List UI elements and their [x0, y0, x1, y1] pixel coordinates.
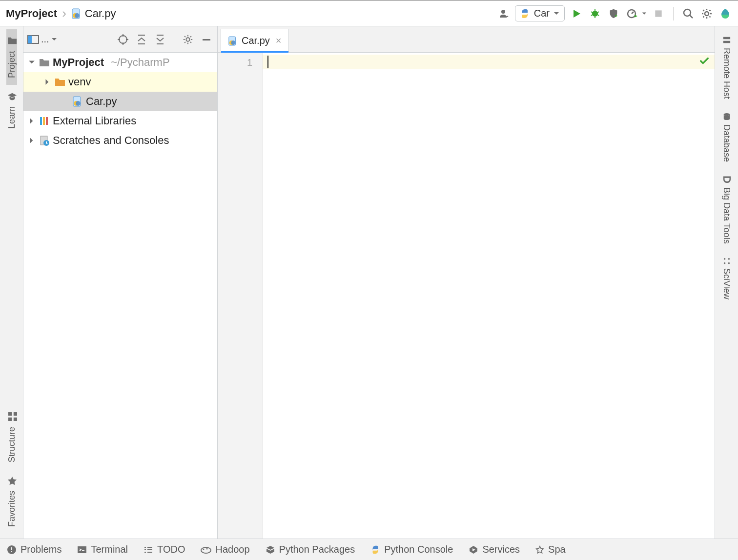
rail-tab-learn[interactable]: Learn	[6, 85, 17, 136]
navigation-bar: MyProject › Car.py Car	[0, 0, 738, 26]
svg-rect-11	[13, 418, 17, 421]
line-number: 1	[218, 56, 262, 69]
svg-rect-28	[723, 37, 730, 39]
rail-tab-remote-host[interactable]: Remote Host	[721, 29, 732, 106]
svg-point-33	[723, 262, 725, 264]
tree-node-scratches[interactable]: Scratches and Consoles	[23, 131, 217, 150]
breadcrumb-file-label: Car.py	[85, 7, 116, 20]
bottom-tab-label: TODO	[157, 544, 185, 555]
rail-tab-project[interactable]: Project	[6, 29, 17, 85]
star-icon	[535, 545, 544, 554]
debug-button[interactable]	[588, 7, 602, 20]
chevron-right-icon[interactable]	[27, 118, 36, 124]
svg-point-15	[186, 38, 189, 41]
big-data-icon: D	[720, 176, 733, 183]
problems-icon	[7, 545, 17, 555]
settings-gear-icon[interactable]	[700, 7, 714, 20]
hide-tool-window-icon[interactable]	[200, 33, 213, 46]
folder-icon	[6, 36, 17, 47]
services-icon	[469, 545, 478, 555]
bottom-tab-label: Services	[482, 544, 520, 555]
chevron-down-icon[interactable]	[27, 59, 36, 66]
tree-label: MyProject	[53, 56, 104, 69]
structure-icon	[6, 412, 17, 423]
bottom-tab-python-console[interactable]: Python Console	[370, 544, 453, 555]
breadcrumb: MyProject › Car.py	[6, 6, 116, 21]
project-scope-selector[interactable]: ...	[27, 34, 57, 45]
todo-icon	[144, 545, 153, 555]
bottom-tab-todo[interactable]: TODO	[144, 544, 185, 555]
breadcrumb-file[interactable]: Car.py	[71, 7, 116, 20]
python-icon	[519, 8, 530, 19]
chevron-right-icon[interactable]	[27, 137, 36, 144]
star-icon	[6, 476, 17, 487]
scratches-icon	[39, 135, 50, 146]
project-toolbar: ...	[23, 26, 217, 53]
search-icon[interactable]	[681, 7, 695, 20]
rail-tab-favorites[interactable]: Favorites	[6, 469, 17, 534]
breadcrumb-project[interactable]: MyProject	[6, 7, 57, 20]
svg-rect-38	[78, 546, 86, 553]
coverage-button[interactable]	[607, 7, 620, 20]
close-tab-icon[interactable]: ×	[276, 35, 282, 46]
editor-area: Car.py × 1	[218, 26, 715, 539]
right-tool-rail: Remote Host Database D Big Data Tools Sc…	[715, 26, 738, 539]
run-configuration-selector[interactable]: Car	[515, 5, 565, 21]
bottom-tool-bar: Problems Terminal TODO Hadoop Python Pac…	[0, 539, 738, 560]
rail-tab-big-data-tools[interactable]: D Big Data Tools	[720, 169, 733, 251]
editor-tab-label: Car.py	[242, 35, 270, 46]
svg-rect-21	[43, 117, 45, 125]
svg-rect-8	[8, 412, 12, 416]
tree-node-car-file[interactable]: Car.py	[23, 92, 217, 111]
tree-node-project-root[interactable]: MyProject ~/PycharmP	[23, 53, 217, 72]
bottom-tab-services[interactable]: Services	[469, 544, 520, 555]
rail-tab-structure[interactable]: Structure	[6, 405, 17, 469]
current-line-highlight	[263, 55, 715, 69]
bottom-tab-spark[interactable]: Spa	[535, 544, 566, 555]
bottom-tab-terminal[interactable]: Terminal	[77, 544, 128, 555]
rail-tab-label: Big Data Tools	[721, 187, 732, 244]
vcs-user-icon[interactable]	[496, 7, 510, 20]
terminal-icon	[77, 545, 87, 555]
python-file-icon	[228, 36, 238, 46]
svg-point-7	[705, 12, 709, 16]
inspection-ok-icon[interactable]	[699, 56, 710, 66]
rail-tab-label: Learn	[6, 106, 17, 129]
editor-gutter[interactable]: 1	[218, 53, 263, 539]
bottom-tab-label: Spa	[548, 544, 566, 555]
collapse-all-icon[interactable]	[153, 33, 167, 46]
python-file-icon	[72, 96, 83, 107]
server-icon	[723, 36, 731, 44]
profile-button[interactable]	[625, 7, 639, 20]
stop-button	[652, 7, 665, 20]
chevron-right-icon[interactable]	[43, 79, 52, 85]
rail-tab-label: SciView	[721, 268, 732, 300]
run-button[interactable]	[570, 7, 583, 20]
svg-point-27	[231, 40, 235, 45]
svg-point-41	[206, 548, 208, 549]
graduation-cap-icon	[6, 92, 17, 102]
tool-settings-gear-icon[interactable]	[181, 33, 195, 46]
tree-node-external-libraries[interactable]: External Libraries	[23, 111, 217, 131]
svg-point-32	[728, 258, 730, 260]
chevron-down-icon[interactable]	[642, 11, 647, 16]
bottom-tab-problems[interactable]: Problems	[7, 544, 62, 555]
jetbrains-space-icon[interactable]	[718, 7, 732, 20]
locate-target-icon[interactable]	[116, 33, 130, 46]
svg-rect-22	[46, 117, 48, 125]
expand-all-icon[interactable]	[135, 33, 148, 46]
svg-point-39	[201, 547, 211, 553]
rail-tab-label: Favorites	[6, 491, 17, 527]
svg-point-34	[728, 262, 730, 264]
tree-node-venv[interactable]: venv	[23, 72, 217, 92]
bottom-tab-hadoop[interactable]: Hadoop	[201, 544, 249, 555]
rail-tab-sciview[interactable]: SciView	[721, 251, 732, 306]
rail-tab-database[interactable]: Database	[721, 106, 732, 169]
code-editor[interactable]	[263, 53, 715, 539]
svg-rect-29	[723, 41, 730, 43]
bottom-tab-python-packages[interactable]: Python Packages	[266, 544, 355, 555]
svg-rect-37	[11, 551, 12, 552]
svg-point-30	[723, 113, 729, 116]
project-tree[interactable]: MyProject ~/PycharmP venv Car.py	[23, 53, 217, 539]
editor-tab-car[interactable]: Car.py ×	[221, 29, 289, 52]
